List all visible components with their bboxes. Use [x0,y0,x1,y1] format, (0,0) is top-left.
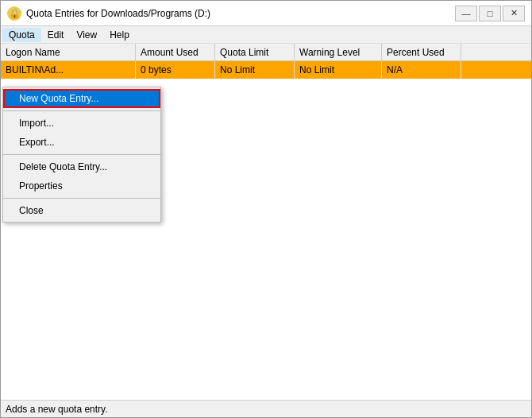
separator-3 [3,198,160,199]
status-bar: Adds a new quota entry. [1,400,531,417]
maximize-button[interactable]: □ [479,6,501,21]
window-title: Quota Entries for Downloads/Programs (D:… [26,8,455,19]
cell-percent: N/A [382,61,461,79]
cell-logon: BUILTIN\Ad... [1,61,136,79]
menu-edit[interactable]: Edit [41,28,71,42]
menu-quota[interactable]: Quota [2,28,41,42]
menu-item-delete-quota-entry[interactable]: Delete Quota Entry... [3,157,160,176]
separator-1 [3,110,160,111]
menu-item-properties[interactable]: Properties [3,176,160,195]
menu-item-new-quota-entry[interactable]: New Quota Entry... [3,89,160,108]
status-text: Adds a new quota entry. [6,404,108,415]
content-area: New Quota Entry... Import... Export... D… [1,44,531,400]
table-row[interactable]: BUILTIN\Ad... 0 bytes No Limit No Limit … [1,61,531,79]
cell-amount: 0 bytes [136,61,215,79]
minimize-button[interactable]: — [455,6,477,21]
quota-dropdown-menu: New Quota Entry... Import... Export... D… [2,87,161,223]
separator-2 [3,154,160,155]
col-header-warning: Warning Level [295,44,382,60]
col-header-percent: Percent Used [382,44,461,60]
menu-item-import[interactable]: Import... [3,114,160,133]
list-header: Logon Name Amount Used Quota Limit Warni… [1,44,531,61]
cell-limit: No Limit [215,61,295,79]
window-icon: 🔒 [7,6,21,21]
menu-item-export[interactable]: Export... [3,133,160,152]
cell-warning: No Limit [295,61,382,79]
title-bar-controls: — □ ✕ [455,6,525,21]
menu-help[interactable]: Help [103,28,136,42]
menu-item-close[interactable]: Close [3,201,160,220]
col-header-amount: Amount Used [136,44,215,60]
col-header-logon: Logon Name [1,44,136,60]
close-button[interactable]: ✕ [503,6,525,21]
main-window: 🔒 Quota Entries for Downloads/Programs (… [0,0,532,418]
col-header-limit: Quota Limit [215,44,295,60]
menu-bar: Quota Edit View Help [1,26,531,44]
title-bar: 🔒 Quota Entries for Downloads/Programs (… [1,1,531,26]
menu-view[interactable]: View [70,28,103,42]
